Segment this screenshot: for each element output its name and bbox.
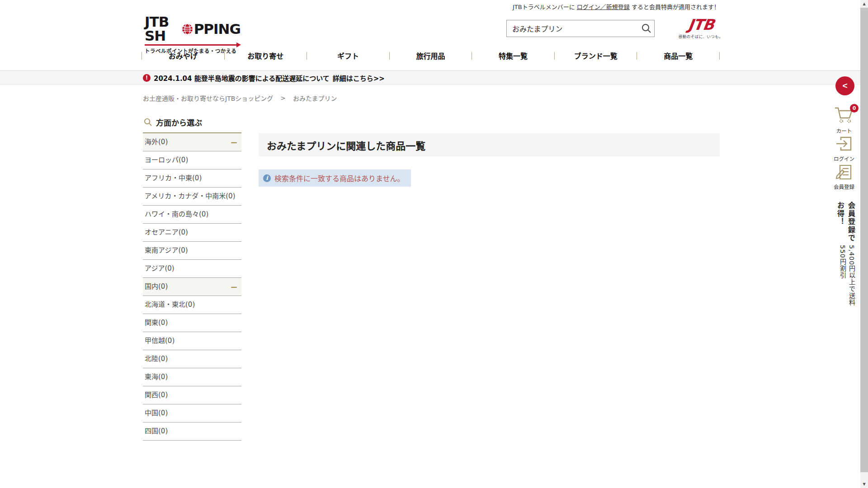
breadcrumb-home[interactable]: お土産通販・お取り寄せならJTBショッピング (143, 94, 273, 103)
sidebar-item-hokuriku[interactable]: 北陸(0) (143, 350, 241, 368)
jtb-mark: JTB (687, 17, 715, 32)
no-results-text: 検索条件に一致する商品はありません。 (274, 173, 405, 183)
sidebar-item-label: オセアニア(0) (145, 227, 188, 238)
collapse-rail-button[interactable]: < (835, 76, 854, 95)
member-topbar: JTBトラベルメンバーに ログイン／新規登録 すると会員特典が適用されます！ (0, 0, 720, 13)
sidebar-item-label: アジア(0) (145, 263, 175, 274)
sidebar-item-label: 甲信越(0) (145, 336, 175, 346)
nav-item-omiyage[interactable]: おみやげ (142, 50, 224, 61)
sidebar-item-africa-middleeast[interactable]: アフリカ・中東(0) (143, 169, 241, 188)
globe-icon (181, 23, 193, 35)
nav-item-gift[interactable]: ギフト (307, 50, 389, 61)
sidebar-item-label: 関西(0) (145, 390, 168, 400)
sidebar-item-tokai[interactable]: 東海(0) (143, 368, 241, 386)
scrollbar-up-arrow[interactable]: ▲ (860, 0, 868, 8)
sidebar-item-shikoku[interactable]: 四国(0) (143, 422, 241, 441)
search-input[interactable] (507, 20, 639, 37)
main-nav: おみやげ お取り寄せ ギフト 旅行用品 特集一覧 ブランド一覧 商品一覧 (142, 49, 720, 62)
topbar-text-suffix: すると会員特典が適用されます！ (630, 2, 720, 11)
sidebar-item-label: 東海(0) (145, 372, 168, 382)
breadcrumb-separator: > (280, 94, 286, 102)
search-icon (641, 23, 652, 34)
site-logo-text: JTB SH PPING (145, 15, 241, 43)
nav-item-travel-goods[interactable]: 旅行用品 (390, 50, 472, 61)
nav-divider (719, 52, 720, 60)
sidebar-item-label: アフリカ・中東(0) (145, 173, 202, 183)
member-promo-vertical: 会員登録でお得！ 5,400円以上で送料550円割引 (831, 202, 856, 308)
sidebar-item-america[interactable]: アメリカ・カナダ・中南米(0) (143, 188, 241, 206)
cart-label: カート (830, 127, 858, 134)
promo-primary-text: 会員登録でお得！ (835, 202, 856, 245)
sidebar-item-domestic[interactable]: 国内(0) − (143, 278, 241, 296)
info-icon: i (263, 174, 271, 182)
cart-button[interactable]: 0 カート (830, 107, 858, 134)
notice-text: 2024.1.04 能登半島地震の影響による配送遅延について (154, 73, 330, 83)
logo-red-rule (145, 44, 237, 46)
breadcrumb: お土産通販・お取り寄せならJTBショッピング > おみたまプリン (143, 94, 337, 103)
exclamation-icon: ! (143, 74, 151, 82)
sidebar-item-koshinetsu[interactable]: 甲信越(0) (143, 332, 241, 350)
sidebar-item-chugoku[interactable]: 中国(0) (143, 404, 241, 422)
login-label: ログイン (830, 155, 858, 162)
login-register-link[interactable]: ログイン／新規登録 (577, 2, 630, 11)
sidebar-item-europe[interactable]: ヨーロッパ(0) (143, 151, 241, 169)
sidebar-item-kansai[interactable]: 関西(0) (143, 386, 241, 404)
sidebar-item-kanto[interactable]: 関東(0) (143, 314, 241, 332)
topbar-text-prefix: JTBトラベルメンバーに (513, 2, 577, 11)
notice-detail-link[interactable]: 詳細はこちら>> (333, 73, 385, 83)
jtb-corporate-logo[interactable]: JTB 感動のそばに、いつも。 (678, 17, 723, 39)
search-box (506, 20, 655, 37)
sidebar-item-label: 国内(0) (145, 282, 168, 292)
sidebar-item-southeast-asia[interactable]: 東南アジア(0) (143, 242, 241, 260)
sidebar-item-label: 北海道・東北(0) (145, 300, 195, 310)
register-button[interactable]: 会員登録 (830, 164, 858, 190)
logo-text-left: JTB SH (145, 15, 181, 43)
login-icon (835, 136, 853, 152)
jtb-corporate-tagline: 感動のそばに、いつも。 (678, 33, 723, 39)
nav-item-features[interactable]: 特集一覧 (472, 50, 554, 61)
sidebar-item-label: アメリカ・カナダ・中南米(0) (145, 191, 236, 202)
sidebar-item-label: ヨーロッパ(0) (145, 155, 188, 165)
sidebar-item-oceania[interactable]: オセアニア(0) (143, 224, 241, 242)
no-results-message: i 検索条件に一致する商品はありません。 (259, 169, 411, 187)
login-button[interactable]: ログイン (830, 136, 858, 162)
page-title: おみたまプリンに関連した商品一覧 (259, 133, 720, 156)
cart-count-badge: 0 (850, 104, 859, 113)
sidebar-item-asia[interactable]: アジア(0) (143, 260, 241, 278)
register-label: 会員登録 (830, 183, 858, 190)
sidebar-title-label: 方面から選ぶ (156, 117, 202, 128)
scrollbar-thumb[interactable] (860, 8, 868, 472)
sidebar-item-overseas[interactable]: 海外(0) − (143, 133, 241, 151)
page-scrollbar: ▲ ▼ (860, 0, 868, 488)
collapse-minus-icon[interactable]: − (230, 282, 238, 291)
logo-text-right: PPING (194, 22, 241, 36)
register-icon (835, 164, 853, 180)
site-logo[interactable]: JTB SH PPING トラベルポイントがたまる・つかえる (145, 15, 241, 54)
nav-item-otoriyose[interactable]: お取り寄せ (225, 50, 307, 61)
sidebar-item-label: 東南アジア(0) (145, 245, 188, 256)
sidebar-title: 方面から選ぶ (143, 116, 241, 133)
sidebar-item-label: ハワイ・南の島々(0) (145, 209, 208, 220)
chevron-left-icon: < (842, 81, 847, 91)
sidebar-item-label: 関東(0) (145, 318, 168, 328)
scrollbar-down-arrow[interactable]: ▼ (860, 480, 868, 488)
notice-banner: ! 2024.1.04 能登半島地震の影響による配送遅延について 詳細はこちら>… (0, 70, 868, 85)
sidebar-item-label: 海外(0) (145, 137, 168, 147)
breadcrumb-current: おみたまプリン (293, 94, 337, 103)
promo-secondary-text: 5,400円以上で送料550円割引 (831, 245, 856, 308)
nav-item-brands[interactable]: ブランド一覧 (555, 50, 637, 61)
jtb-shopping-page: { "topbar": { "prefix": "JTBトラベルメンバーに ",… (0, 0, 868, 488)
sidebar-item-hokkaido-tohoku[interactable]: 北海道・東北(0) (143, 296, 241, 314)
sidebar-item-label: 北陸(0) (145, 354, 168, 364)
sidebar-item-label: 四国(0) (145, 426, 168, 436)
collapse-minus-icon[interactable]: − (230, 138, 238, 147)
sidebar-item-hawaii[interactable]: ハワイ・南の島々(0) (143, 206, 241, 224)
nav-item-products[interactable]: 商品一覧 (637, 50, 719, 61)
search-area-icon (144, 118, 152, 127)
sidebar-item-label: 中国(0) (145, 408, 168, 418)
search-button[interactable] (639, 20, 654, 37)
area-filter-sidebar: 方面から選ぶ 海外(0) − ヨーロッパ(0) アフリカ・中東(0) アメリカ・… (143, 116, 241, 441)
